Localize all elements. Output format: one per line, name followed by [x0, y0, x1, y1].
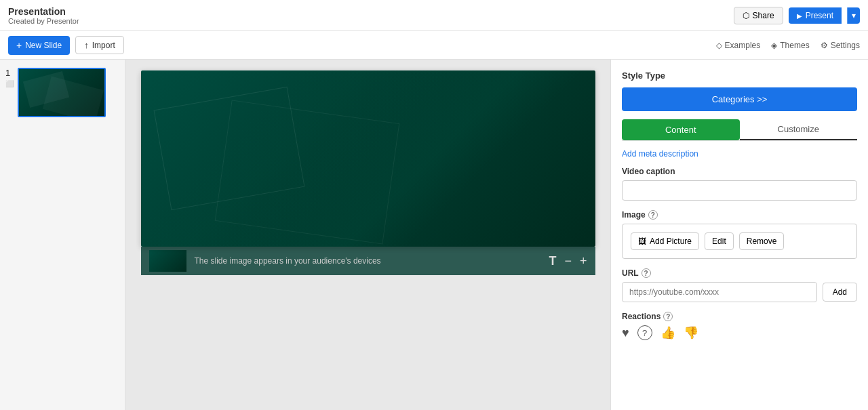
slide-thumbnail[interactable]: [18, 68, 106, 117]
share-button[interactable]: Share: [734, 7, 783, 24]
share-label: Share: [753, 11, 774, 20]
url-add-button[interactable]: Add: [823, 283, 857, 302]
thumbsup-reaction[interactable]: 👍: [660, 325, 675, 340]
present-dropdown-button[interactable]: ▾: [847, 7, 860, 24]
examples-icon: ◇: [716, 41, 722, 50]
plus-icon: +: [16, 40, 22, 51]
slide-canvas[interactable]: [141, 70, 595, 247]
right-panel: Style Type Categories >> Content Customi…: [610, 60, 868, 410]
text-format-icon[interactable]: T: [549, 254, 556, 268]
play-icon: [797, 11, 802, 20]
slide-footer-thumbnail: [149, 250, 186, 272]
tab-content[interactable]: Content: [622, 119, 740, 140]
main-layout: 1 ⬜ The slide image appears in your audi…: [0, 60, 868, 410]
new-slide-button[interactable]: + New Slide: [8, 36, 70, 55]
slide-number: 1 ⬜: [5, 68, 14, 88]
heart-reaction[interactable]: ♥: [622, 326, 629, 340]
reactions-help-icon[interactable]: ?: [663, 312, 673, 321]
app-subtitle: Created by Presentor: [8, 17, 79, 25]
add-picture-label: Add Picture: [650, 237, 692, 246]
image-box: 🖼 Add Picture Edit Remove: [622, 224, 857, 259]
themes-label: Themes: [780, 41, 809, 50]
present-button[interactable]: Present: [789, 7, 842, 24]
meta-description-link[interactable]: Add meta description: [622, 149, 857, 159]
edit-button[interactable]: Edit: [705, 232, 734, 250]
gear-icon: ⚙: [821, 41, 828, 50]
slide-item[interactable]: 1 ⬜: [0, 65, 125, 120]
new-slide-label: New Slide: [25, 41, 62, 50]
thumbsdown-reaction[interactable]: 👎: [684, 325, 698, 340]
remove-button[interactable]: Remove: [739, 232, 785, 250]
slide-footer: The slide image appears in your audience…: [141, 247, 595, 275]
slide-panel: 1 ⬜: [0, 60, 125, 410]
upload-icon: ↑: [84, 40, 89, 50]
toolbar: + New Slide ↑ Import ◇ Examples ◈ Themes…: [0, 31, 868, 60]
reactions-row: ♥ ? 👍 👎: [622, 325, 857, 340]
header: Presentation Created by Presentor Share …: [0, 0, 868, 31]
video-caption-input[interactable]: [622, 180, 857, 201]
examples-link[interactable]: ◇ Examples: [716, 41, 761, 50]
header-left: Presentation Created by Presentor: [8, 6, 79, 25]
present-label: Present: [806, 11, 833, 20]
slide-number-text: 1: [5, 68, 10, 78]
slide-footer-actions: T − +: [549, 254, 587, 268]
share-icon: [743, 11, 749, 20]
canvas-area: The slide image appears in your audience…: [125, 60, 610, 410]
examples-label: Examples: [725, 41, 761, 50]
add-picture-button[interactable]: 🖼 Add Picture: [631, 232, 699, 250]
slide-footer-text: The slide image appears in your audience…: [195, 256, 549, 266]
url-help-icon[interactable]: ?: [642, 268, 651, 278]
frame-icon: ⬜: [5, 80, 14, 87]
image-icon: 🖼: [638, 237, 646, 246]
style-type-title: Style Type: [622, 70, 857, 81]
content-tabs: Content Customize: [622, 119, 857, 141]
url-row: Add: [622, 282, 857, 302]
categories-button[interactable]: Categories >>: [622, 87, 857, 111]
question-reaction[interactable]: ?: [637, 325, 652, 340]
import-button[interactable]: ↑ Import: [75, 36, 124, 54]
settings-link[interactable]: ⚙ Settings: [821, 41, 860, 50]
video-caption-label: Video caption: [622, 167, 857, 176]
image-label: Image ?: [622, 210, 857, 220]
image-help-icon[interactable]: ?: [648, 210, 658, 220]
themes-icon: ◈: [771, 41, 777, 50]
canvas-decoration-2: [214, 100, 399, 244]
settings-label: Settings: [831, 41, 860, 50]
tab-customize[interactable]: Customize: [740, 119, 858, 140]
themes-link[interactable]: ◈ Themes: [771, 41, 809, 50]
toolbar-left: + New Slide ↑ Import: [8, 36, 124, 55]
add-icon[interactable]: +: [580, 254, 587, 268]
import-label: Import: [92, 41, 115, 50]
url-input[interactable]: [622, 282, 817, 302]
app-title: Presentation: [8, 6, 79, 17]
header-right: Share Present ▾: [734, 7, 860, 24]
reactions-label: Reactions ?: [622, 312, 857, 321]
toolbar-right: ◇ Examples ◈ Themes ⚙ Settings: [716, 41, 860, 50]
url-label: URL ?: [622, 268, 857, 278]
minus-icon[interactable]: −: [564, 254, 572, 268]
